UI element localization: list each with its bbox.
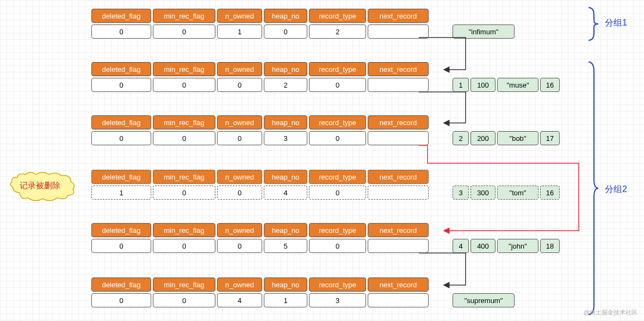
header-n_owned: n_owned [217,115,262,129]
callout-text: 记录被删除 [20,181,60,191]
record-3: deleted_flagmin_rec_flagn_ownedheap_nore… [91,170,429,200]
value-min_rec_flag: 0 [153,293,215,307]
value-record_type: 0 [309,186,366,200]
value-record_type: 0 [309,131,366,145]
data-row-0: "infimum" [453,24,515,39]
data-cell-1: 400 [470,239,496,253]
value-heap_no: 2 [264,78,307,92]
data-cell-3: 17 [540,131,560,145]
data-cell-2: "tom" [497,186,538,200]
connector-arrows [0,0,644,321]
group2-label: 分组2 [605,184,627,195]
value-record_type: 0 [309,78,366,92]
value-record_type: 2 [309,24,366,39]
header-n_owned: n_owned [217,223,262,237]
value-heap_no: 1 [264,293,307,307]
header-next_record: next_record [368,223,429,237]
header-next_record: next_record [368,9,429,23]
data-row-3: 3300"tom"16 [453,186,560,200]
data-cell-3: 16 [540,186,560,200]
header-record_type: record_type [309,277,366,292]
data-cell-0: 2 [453,131,469,145]
value-min_rec_flag: 0 [153,24,215,39]
value-heap_no: 5 [264,239,307,253]
value-record_type: 0 [309,239,366,253]
value-record_type: 3 [309,293,366,307]
value-n_owned: 1 [217,24,262,39]
data-cell-2: "muse" [497,78,538,92]
header-deleted_flag: deleted_flag [91,62,151,76]
value-deleted_flag: 1 [91,186,151,200]
header-deleted_flag: deleted_flag [91,277,151,292]
data-cell-0: 1 [453,78,469,92]
group1-label: 分组1 [605,17,627,29]
value-next_record [368,78,429,92]
value-deleted_flag: 0 [91,131,151,145]
value-next_record [368,239,429,253]
value-n_owned: 0 [217,78,262,92]
data-cell-0: 4 [453,239,469,253]
header-n_owned: n_owned [217,170,262,184]
header-next_record: next_record [368,170,429,184]
record-0: deleted_flagmin_rec_flagn_ownedheap_nore… [91,9,429,39]
data-cell-0: 3 [453,186,469,200]
data-row-1: 1100"muse"16 [453,78,560,92]
value-deleted_flag: 0 [91,78,151,92]
value-heap_no: 0 [264,24,307,39]
value-deleted_flag: 0 [91,239,151,253]
header-next_record: next_record [368,62,429,76]
value-next_record [368,293,429,307]
header-heap_no: heap_no [264,223,307,237]
header-n_owned: n_owned [217,9,262,23]
value-min_rec_flag: 0 [153,131,215,145]
data-row-2: 2200"bob"17 [453,131,560,145]
brace-group1 [586,7,602,41]
footer-credit: @稀土掘金技术社区 [584,308,637,317]
value-next_record [368,24,429,39]
record-4: deleted_flagmin_rec_flagn_ownedheap_nore… [91,223,429,253]
header-heap_no: heap_no [264,277,307,292]
header-record_type: record_type [309,115,366,129]
data-cell: "infimum" [453,24,515,39]
data-cell-1: 100 [470,78,496,92]
data-cell-2: "bob" [497,131,538,145]
value-n_owned: 4 [217,293,262,307]
header-deleted_flag: deleted_flag [91,223,151,237]
header-heap_no: heap_no [264,170,307,184]
header-next_record: next_record [368,115,429,129]
header-record_type: record_type [309,170,366,184]
header-n_owned: n_owned [217,62,262,76]
header-record_type: record_type [309,62,366,76]
record-2: deleted_flagmin_rec_flagn_ownedheap_nore… [91,115,429,145]
header-min_rec_flag: min_rec_flag [153,170,215,184]
header-min_rec_flag: min_rec_flag [153,62,215,76]
header-deleted_flag: deleted_flag [91,115,151,129]
header-min_rec_flag: min_rec_flag [153,277,215,292]
value-deleted_flag: 0 [91,24,151,39]
value-next_record [368,131,429,145]
header-record_type: record_type [309,9,366,23]
value-n_owned: 0 [217,239,262,253]
header-n_owned: n_owned [217,277,262,292]
header-deleted_flag: deleted_flag [91,9,151,23]
data-cell-3: 18 [540,239,560,253]
header-heap_no: heap_no [264,115,307,129]
data-cell-2: "john" [497,239,538,253]
record-1: deleted_flagmin_rec_flagn_ownedheap_nore… [91,62,429,92]
data-cell-1: 200 [470,131,496,145]
header-deleted_flag: deleted_flag [91,170,151,184]
data-cell-1: 300 [470,186,496,200]
value-n_owned: 0 [217,131,262,145]
header-next_record: next_record [368,277,429,292]
header-min_rec_flag: min_rec_flag [153,223,215,237]
value-n_owned: 0 [217,186,262,200]
data-cell: "supremum" [453,293,515,307]
value-heap_no: 3 [264,131,307,145]
header-heap_no: heap_no [264,62,307,76]
value-min_rec_flag: 0 [153,186,215,200]
data-cell-3: 16 [540,78,560,92]
header-heap_no: heap_no [264,9,307,23]
value-min_rec_flag: 0 [153,78,215,92]
record-5: deleted_flagmin_rec_flagn_ownedheap_nore… [91,277,429,307]
header-min_rec_flag: min_rec_flag [153,115,215,129]
